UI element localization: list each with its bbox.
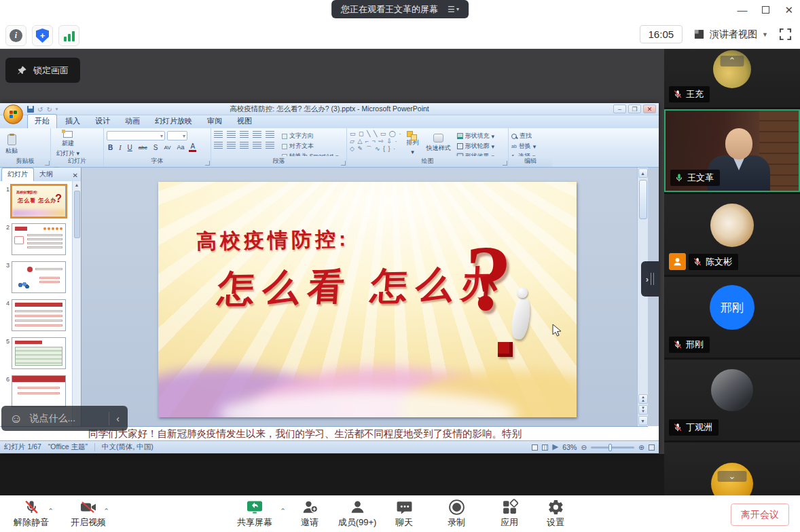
participant-tile-wangwenge[interactable]: 王文革 [664, 109, 800, 192]
scroll-down-button[interactable]: ⌄ [718, 471, 747, 482]
slide-thumb-6[interactable]: 6 [3, 375, 72, 407]
paste-button[interactable]: 粘贴 [3, 130, 20, 159]
align-center-icon[interactable] [227, 142, 236, 149]
pane-scrollbar[interactable]: ▲ [72, 181, 81, 426]
pane-tab-outline[interactable]: 大纲 [34, 168, 58, 181]
current-slide[interactable]: 高校疫情防控: 怎么看 怎么办 ? [158, 182, 577, 417]
justify-icon[interactable] [253, 142, 261, 149]
slide-scrollbar[interactable]: ▲ ▲▲ ▼▼ ▼ [637, 168, 648, 426]
ppt-minimize-button[interactable]: – [613, 104, 626, 113]
find-button[interactable]: 查找 [511, 132, 536, 140]
tab-design[interactable]: 设计 [88, 115, 117, 128]
chat-placeholder[interactable]: 说点什么... [29, 413, 109, 425]
chat-button[interactable]: 聊天 [376, 496, 433, 529]
mic-options-chevron[interactable]: ⌃ [48, 507, 54, 516]
participant-tile-more[interactable]: ⌄ [664, 442, 800, 495]
minimize-button[interactable]: — [737, 3, 747, 18]
chat-quick-bar[interactable]: ☺ 说点什么... ‹ [1, 406, 128, 431]
slide-thumb-1[interactable]: 1 高校疫情防控: 怎么看 怎么办 ? [3, 185, 72, 217]
indent-decrease-icon[interactable] [240, 131, 249, 138]
char-spacing-button[interactable]: AV [162, 145, 172, 151]
redo-icon[interactable]: ↻ [46, 106, 52, 113]
save-icon[interactable] [27, 106, 34, 113]
font-name-select[interactable]: ▾ [107, 131, 165, 140]
tab-view[interactable]: 视图 [230, 115, 259, 128]
new-slide-button[interactable]: 新建幻灯片 ▾ [54, 130, 82, 159]
lock-screen-button[interactable]: 锁定画面 [5, 58, 80, 83]
line-spacing-icon[interactable] [266, 131, 274, 138]
notes-text[interactable]: 同学们大家好！自新冠肺炎疫情发生以来，我们的学习、生活都不同程度地受到了疫情的影… [81, 426, 648, 440]
normal-view-icon[interactable] [532, 444, 538, 451]
collapse-chat-icon[interactable]: ‹ [116, 413, 120, 424]
pane-close-icon[interactable]: ✕ [73, 172, 78, 179]
bold-button[interactable]: B [107, 144, 114, 151]
shape-fill-button[interactable]: 形状填充 ▾ [457, 132, 495, 140]
shapes-gallery[interactable]: ▭ ◻ ╲ ╲ ▭ ◯ ·▱ △ ⌐ ¬ ⇨ ⇩ ·◇ ✎ ⌒ ∿ { } · [350, 130, 401, 153]
text-direction-button[interactable]: 文字方向 [282, 132, 339, 140]
share-screen-button[interactable]: 共享屏幕 [226, 496, 283, 529]
leave-meeting-button[interactable]: 离开会议 [731, 504, 789, 526]
scroll-up-button[interactable]: ⌃ [721, 56, 744, 66]
font-size-select[interactable]: ▾ [167, 131, 187, 140]
network-status-button[interactable] [58, 25, 79, 46]
record-button[interactable]: 录制 [428, 496, 485, 529]
muted-mic-icon [23, 499, 40, 516]
numbering-icon[interactable] [227, 131, 236, 138]
slide-thumb-3[interactable]: 3 [3, 261, 72, 293]
font-color-button[interactable]: A [189, 142, 196, 152]
qat-dropdown-icon[interactable]: ▾ [56, 107, 58, 112]
participant-tile-wangchong[interactable]: ⌃ 王充 [664, 49, 800, 107]
strikethrough-button[interactable]: abc [137, 145, 149, 151]
shape-outline-button[interactable]: 形状轮廓 ▾ [457, 142, 495, 151]
slideshow-view-icon[interactable] [552, 444, 558, 451]
zoom-in-icon[interactable]: ⊕ [638, 443, 644, 451]
participant-tile-xinggang[interactable]: 邢刚 邢刚 [664, 277, 800, 358]
security-button[interactable]: + [32, 25, 53, 46]
italic-button[interactable]: I [117, 144, 122, 151]
underline-button[interactable]: U [126, 144, 134, 151]
tab-insert[interactable]: 插入 [58, 115, 87, 128]
participant-tile-dingguanzhou[interactable]: 丁观洲 [664, 360, 800, 440]
video-options-chevron[interactable]: ⌃ [103, 507, 109, 516]
ppt-close-button[interactable]: ✕ [643, 104, 656, 113]
change-case-button[interactable]: Aa [175, 144, 185, 151]
bullets-icon[interactable] [214, 131, 223, 138]
close-button[interactable]: ✕ [784, 3, 793, 18]
columns-icon[interactable] [266, 142, 274, 149]
zoom-slider[interactable] [591, 446, 634, 449]
slide-thumb-2[interactable]: 2 [3, 223, 72, 255]
quick-styles-button[interactable]: 快速样式 [424, 130, 454, 156]
meeting-info-button[interactable]: i [5, 25, 26, 46]
fit-window-icon[interactable] [649, 444, 655, 451]
video-panel-handle[interactable]: › [641, 261, 659, 297]
maximize-button[interactable] [762, 3, 769, 18]
settings-button[interactable]: 设置 [527, 496, 584, 529]
undo-icon[interactable]: ↺ [37, 106, 43, 113]
watching-banner[interactable]: 您正在观看王文革的屏幕 ☰▾ [331, 0, 469, 18]
ppt-restore-button[interactable]: ❐ [628, 104, 641, 113]
tab-animations[interactable]: 动画 [118, 115, 147, 128]
tab-slideshow[interactable]: 幻灯片放映 [148, 115, 199, 128]
sorter-view-icon[interactable] [542, 444, 548, 451]
name-label: 王充 [669, 86, 710, 102]
pane-tab-slides[interactable]: 幻灯片 [1, 168, 34, 181]
emoji-icon[interactable]: ☺ [10, 411, 22, 426]
align-right-icon[interactable] [240, 142, 249, 149]
tab-review[interactable]: 审阅 [200, 115, 229, 128]
view-mode-dropdown[interactable]: 演讲者视图 ▼ [693, 28, 768, 41]
office-button[interactable] [3, 104, 23, 124]
slide-thumb-5[interactable]: 5 [3, 337, 72, 369]
indent-increase-icon[interactable] [253, 131, 261, 138]
arrange-button[interactable]: 排列 ▾ [403, 130, 421, 156]
align-left-icon[interactable] [214, 142, 223, 149]
ppt-window-controls: – ❐ ✕ [613, 104, 656, 113]
zoom-out-icon[interactable]: ⊖ [581, 443, 587, 451]
shadow-button[interactable]: S [152, 144, 160, 151]
participant-tile-chenwenbin[interactable]: 陈文彬 [664, 194, 800, 275]
align-text-button[interactable]: 对齐文本 [282, 142, 339, 151]
slide-thumb-4[interactable]: 4 [3, 299, 72, 331]
replace-button[interactable]: ab替换 ▾ [511, 142, 536, 151]
fullscreen-icon[interactable] [779, 28, 792, 41]
banner-menu-icon[interactable]: ☰▾ [448, 5, 459, 14]
tab-home[interactable]: 开始 [27, 114, 57, 128]
